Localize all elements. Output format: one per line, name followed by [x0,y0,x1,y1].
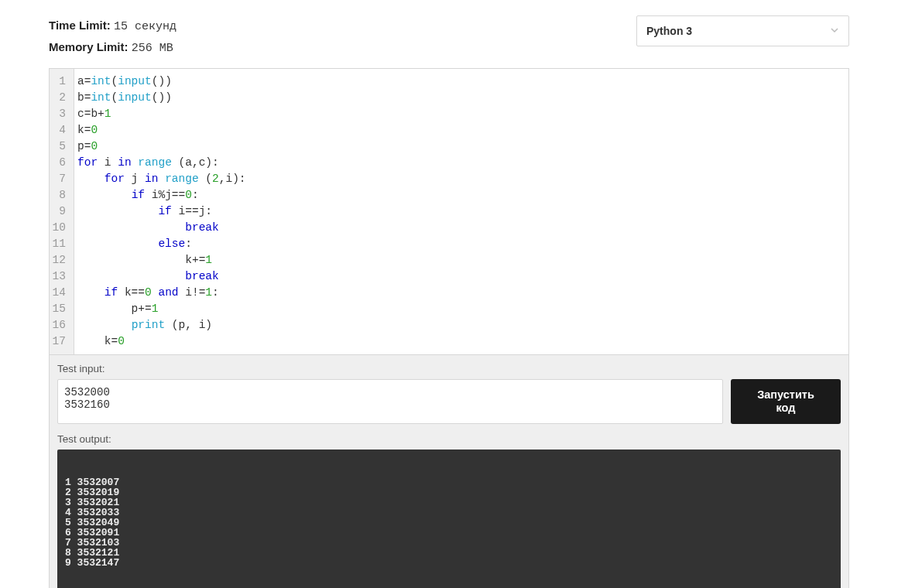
line-number: 2 [50,90,69,106]
time-limit-row: Time Limit: 15 секунд [49,15,177,37]
test-block: Test input: Запуститькод Test output: 1 … [50,354,848,588]
line-number-gutter: 1234567891011121314151617 [50,69,74,354]
time-limit-value: 15 секунд [114,20,177,33]
line-number: 3 [50,106,69,122]
line-number: 13 [50,268,69,285]
chevron-down-icon [830,26,839,37]
line-number: 14 [50,285,69,301]
line-number: 10 [50,220,69,236]
line-number: 8 [50,187,69,203]
line-number: 15 [50,301,69,317]
test-input-label: Test input: [57,363,841,374]
line-number: 6 [50,155,69,171]
page-container: Time Limit: 15 секунд Memory Limit: 256 … [0,0,898,588]
memory-limit-row: Memory Limit: 256 MB [49,37,177,59]
language-selected: Python 3 [646,25,692,37]
code-area[interactable]: a=int(input()) b=int(input()) c=b+1 k=0 … [74,69,249,354]
time-limit-label: Time Limit: [49,19,111,32]
test-input[interactable] [57,379,723,424]
line-number: 9 [50,203,69,220]
memory-limit-value: 256 MB [132,42,173,55]
test-output-label: Test output: [57,433,841,445]
line-number: 5 [50,138,69,155]
test-input-row: Запуститькод [57,379,841,424]
language-select[interactable]: Python 3 [636,15,849,46]
limits-block: Time Limit: 15 секунд Memory Limit: 256 … [49,15,177,59]
line-number: 12 [50,252,69,268]
main-panel: 1234567891011121314151617 a=int(input())… [49,68,849,588]
line-number: 1 [50,74,69,90]
memory-limit-label: Memory Limit: [49,40,129,53]
line-number: 16 [50,317,69,333]
code-editor[interactable]: 1234567891011121314151617 a=int(input())… [50,69,848,354]
header-row: Time Limit: 15 секунд Memory Limit: 256 … [49,15,849,59]
line-number: 7 [50,171,69,187]
line-number: 17 [50,333,69,350]
test-output: 1 35320072 35320193 35320214 35320335 35… [57,450,841,588]
run-button[interactable]: Запуститькод [731,379,841,424]
line-number: 11 [50,236,69,252]
line-number: 4 [50,122,69,138]
test-output-text: 1 35320072 35320193 35320214 35320335 35… [65,477,833,568]
